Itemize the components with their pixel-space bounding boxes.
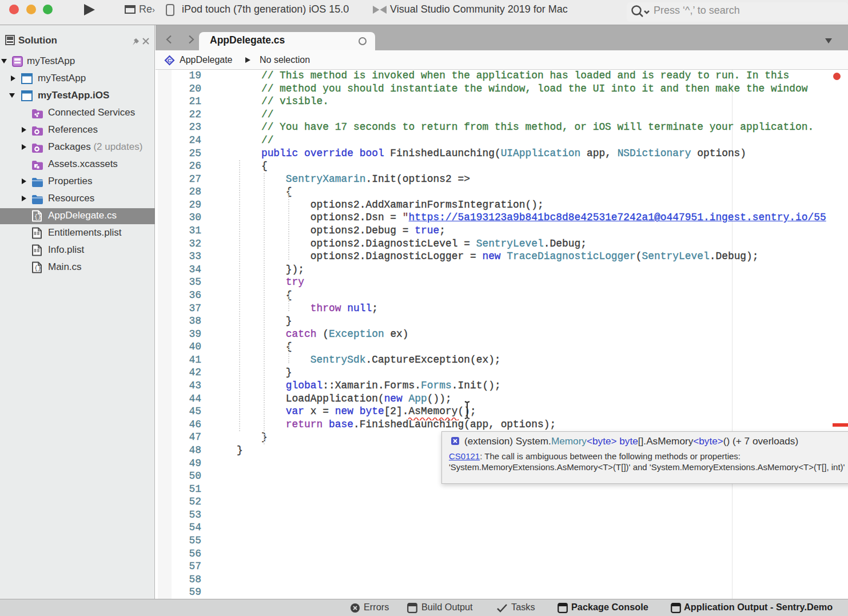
svg-text:{}: {} [34,265,41,272]
svg-text:C: C [168,57,172,63]
svg-text:{}: {} [34,214,41,220]
